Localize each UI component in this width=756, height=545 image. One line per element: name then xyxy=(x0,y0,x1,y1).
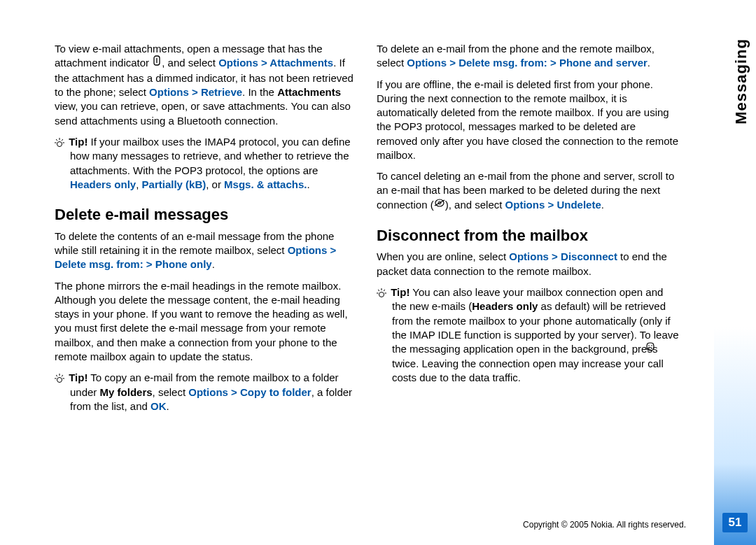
paragraph-disconnect: When you are online, select Options > Di… xyxy=(377,250,679,278)
tip-copy-folder: Tip! To copy an e-mail from the remote m… xyxy=(55,371,357,413)
tip-icon xyxy=(55,135,64,148)
column-left: To view e-mail attachments, open a messa… xyxy=(55,42,357,420)
column-right: To delete an e-mail from the phone and t… xyxy=(377,42,679,420)
svg-point-2 xyxy=(57,141,62,146)
svg-line-11 xyxy=(62,375,63,376)
svg-point-17 xyxy=(379,292,384,297)
paragraph-mirror: The phone mirrors the e-mail headings in… xyxy=(55,279,357,364)
attachment-indicator-icon xyxy=(152,55,162,70)
svg-line-10 xyxy=(56,375,57,376)
paragraph-delete-phone-only: To delete the contents of an e-mail mess… xyxy=(55,229,357,272)
tip-icon xyxy=(55,371,64,385)
paragraph-undelete: To cancel deleting an e-mail from the ph… xyxy=(377,169,679,213)
tip-leave-open: Tip! You can also leave your mailbox con… xyxy=(377,285,679,385)
svg-line-19 xyxy=(378,290,379,291)
svg-line-20 xyxy=(384,290,385,291)
page-content: To view e-mail attachments, open a messa… xyxy=(0,0,756,545)
paragraph-delete-phone-server: To delete an e-mail from the phone and t… xyxy=(377,42,679,71)
tip-imap-pop3: Tip! If your mailbox uses the IMAP4 prot… xyxy=(55,135,357,192)
svg-line-4 xyxy=(56,139,57,141)
svg-point-25 xyxy=(648,348,650,349)
svg-point-26 xyxy=(651,348,652,349)
svg-point-24 xyxy=(651,345,652,346)
svg-line-5 xyxy=(62,139,63,141)
paragraph-offline-delete: If you are offline, the e-mail is delete… xyxy=(377,78,679,163)
svg-point-23 xyxy=(648,345,650,346)
heading-disconnect: Disconnect from the mailbox xyxy=(377,225,679,246)
email-to-delete-icon xyxy=(434,197,445,211)
copyright: Copyright © 2005 Nokia. All rights reser… xyxy=(523,520,686,530)
tip-icon xyxy=(377,285,386,299)
paragraph-attachments: To view e-mail attachments, open a messa… xyxy=(55,42,357,128)
svg-point-8 xyxy=(57,377,62,382)
heading-delete-email: Delete e-mail messages xyxy=(55,204,357,225)
